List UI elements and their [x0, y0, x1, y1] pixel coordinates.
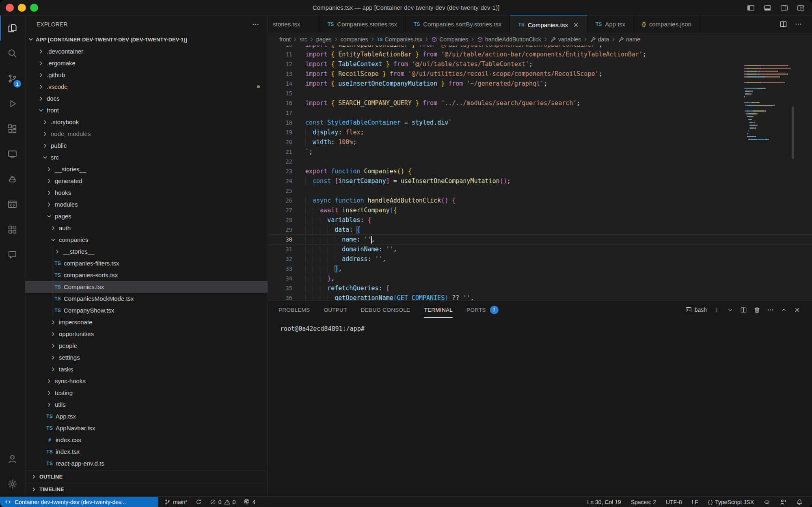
breadcrumb-item-front[interactable]: front: [279, 36, 291, 43]
activity-item-manage-settings[interactable]: [0, 471, 25, 496]
code-line-10[interactable]: 10import { WithTopBarContainer } from '@…: [268, 45, 812, 50]
code-line-31[interactable]: 31 domainName: '',: [268, 244, 812, 254]
activity-item-test-explorer[interactable]: [0, 217, 25, 242]
more-panel-actions-button[interactable]: [767, 306, 774, 313]
code-line-12[interactable]: 12import { TableContext } from '@/ui/tab…: [268, 59, 812, 69]
toggle-secondary-sidebar-icon[interactable]: [780, 4, 788, 12]
tree-item-index-css[interactable]: #index.css: [25, 434, 268, 446]
activity-item-accounts[interactable]: [0, 446, 25, 471]
code-line-11[interactable]: 11import { EntityTableActionBar } from '…: [268, 50, 812, 59]
activity-item-explorer[interactable]: [0, 15, 25, 41]
tree-item--github[interactable]: .github: [25, 69, 268, 81]
activity-item-run-and-debug[interactable]: [0, 91, 25, 116]
tree-item-companies-filters-tsx[interactable]: TScompanies-filters.tsx: [25, 257, 268, 269]
activity-item-comments[interactable]: [0, 242, 25, 267]
shell-selector[interactable]: bash: [685, 306, 707, 313]
tree-item-generated[interactable]: generated: [25, 175, 268, 187]
breadcrumb-item-pages[interactable]: pages: [316, 36, 332, 43]
activity-item-live-preview[interactable]: [0, 192, 25, 217]
remote-indicator[interactable]: Container dev-twenty-dev (dev-twenty-dev…: [0, 497, 158, 507]
tree-item-modules[interactable]: modules: [25, 198, 268, 210]
code-line-17[interactable]: 17: [268, 108, 812, 118]
split-terminal-button[interactable]: [740, 306, 747, 313]
tree-item-tasks[interactable]: tasks: [25, 363, 268, 375]
code-line-27[interactable]: 27 await insertCompany({: [268, 205, 812, 215]
tree-item--vscode[interactable]: .vscode: [25, 81, 268, 93]
tree-item-front[interactable]: front: [25, 104, 268, 116]
workspace-section-header[interactable]: APP [CONTAINER DEV-TWENTY-DEV (DEV-TWENT…: [25, 33, 268, 45]
code-line-29[interactable]: 29 data: {: [268, 225, 812, 235]
tree-item--stories-[interactable]: __stories__: [25, 163, 268, 175]
breadcrumb-item-data[interactable]: data: [590, 36, 609, 43]
close-panel-button[interactable]: [794, 306, 801, 313]
tree-item-companiesmockmode-tsx[interactable]: TSCompaniesMockMode.tsx: [25, 293, 268, 304]
status-feedback[interactable]: [777, 499, 789, 505]
breadcrumb-item-variables[interactable]: variables: [550, 36, 581, 43]
tree-item-companyshow-tsx[interactable]: TSCompanyShow.tsx: [25, 304, 268, 316]
minimap[interactable]: [744, 65, 791, 142]
editor-tab-companies-stories-tsx[interactable]: TSCompanies.stories.tsx: [320, 15, 406, 33]
tree-item-docs[interactable]: docs: [25, 93, 268, 104]
code-editor[interactable]: 10import { WithTopBarContainer } from '@…: [268, 45, 812, 300]
close-icon[interactable]: [573, 22, 579, 28]
split-editor-button[interactable]: [780, 20, 787, 28]
tree-item-node-modules[interactable]: node_modules: [25, 128, 268, 140]
minimize-window-button[interactable]: [18, 4, 26, 12]
status-eol-sequence[interactable]: LF: [689, 499, 701, 505]
kill-terminal-button[interactable]: [754, 306, 760, 313]
tree-item-public[interactable]: public: [25, 140, 268, 151]
tree-item-utils[interactable]: utils: [25, 399, 268, 410]
code-line-28[interactable]: 28 variables: {: [268, 215, 812, 225]
code-line-32[interactable]: 32 address: '',: [268, 254, 812, 264]
code-line-23[interactable]: 23export function Companies() {: [268, 166, 812, 176]
tree-item-testing[interactable]: testing: [25, 387, 268, 399]
code-line-24[interactable]: 24 const [insertCompany] = useInsertOneC…: [268, 176, 812, 186]
status-forwarded-ports[interactable]: 4: [241, 499, 258, 505]
breadcrumb-item-handleaddbuttonclick[interactable]: handleAddButtonClick: [477, 36, 541, 43]
toggle-panel-icon[interactable]: [764, 4, 771, 12]
tree-item-sync-hooks[interactable]: sync-hooks: [25, 375, 268, 387]
tree-item-impersonate[interactable]: impersonate: [25, 316, 268, 328]
editor-scrollbar[interactable]: [792, 106, 794, 159]
tree-item--devcontainer[interactable]: .devcontainer: [25, 45, 268, 57]
close-window-button[interactable]: [6, 4, 14, 12]
tree-item-companies-sorts-tsx[interactable]: TScompanies-sorts.tsx: [25, 269, 268, 281]
tree-item-pages[interactable]: pages: [25, 210, 268, 222]
breadcrumb-item-companies-tsx[interactable]: TSCompanies.tsx: [377, 36, 423, 43]
tree-item--ergomake[interactable]: .ergomake: [25, 57, 268, 69]
code-line-15[interactable]: 15: [268, 88, 812, 98]
toggle-primary-sidebar-icon[interactable]: [747, 4, 755, 12]
status-indentation[interactable]: Spaces: 2: [628, 499, 659, 505]
breadcrumb-item-name[interactable]: name: [618, 36, 640, 43]
breadcrumb-item-companies[interactable]: Companies: [431, 36, 468, 43]
zoom-window-button[interactable]: [30, 4, 38, 12]
code-line-30[interactable]: 30 name: '',: [268, 235, 812, 244]
maximize-panel-button[interactable]: [780, 306, 787, 313]
editor-tab-stories-tsx[interactable]: stories.tsx: [268, 15, 320, 33]
tree-item-hooks[interactable]: hooks: [25, 187, 268, 198]
editor-tab-companies-json[interactable]: {}companies.json: [634, 15, 700, 33]
status-language-mode[interactable]: { }TypeScript JSX: [705, 499, 757, 505]
panel-tab-problems[interactable]: PROBLEMS: [279, 307, 310, 313]
tree-item-opportunities[interactable]: opportunities: [25, 328, 268, 340]
new-terminal-button[interactable]: [713, 306, 720, 313]
code-line-13[interactable]: 13import { RecoilScope } from '@/ui/util…: [268, 69, 812, 79]
tree-item-people[interactable]: people: [25, 340, 268, 352]
customize-layout-icon[interactable]: [797, 4, 805, 12]
code-line-21[interactable]: 21`;: [268, 147, 812, 157]
panel-tab-debug-console[interactable]: DEBUG CONSOLE: [361, 307, 410, 313]
code-line-25[interactable]: 25: [268, 186, 812, 196]
status-encoding[interactable]: UTF-8: [663, 499, 685, 505]
activity-item-extensions[interactable]: [0, 116, 25, 141]
tree-item-auth[interactable]: auth: [25, 222, 268, 234]
status-git-branch[interactable]: main*: [162, 499, 190, 505]
tree-item--storybook[interactable]: .storybook: [25, 116, 268, 128]
code-line-36[interactable]: 36 getOperationName(GET_COMPANIES) ?? ''…: [268, 293, 812, 300]
code-line-18[interactable]: 18const StyledTableContainer = styled.di…: [268, 118, 812, 127]
activity-item-remote-explorer[interactable]: [0, 141, 25, 166]
tree-item-src[interactable]: src: [25, 151, 268, 163]
tree-item-companies[interactable]: companies: [25, 234, 268, 246]
activity-item-docker[interactable]: [0, 166, 25, 192]
activity-item-source-control[interactable]: 1: [0, 66, 25, 91]
editor-tab-app-tsx[interactable]: TSApp.tsx: [587, 15, 634, 33]
